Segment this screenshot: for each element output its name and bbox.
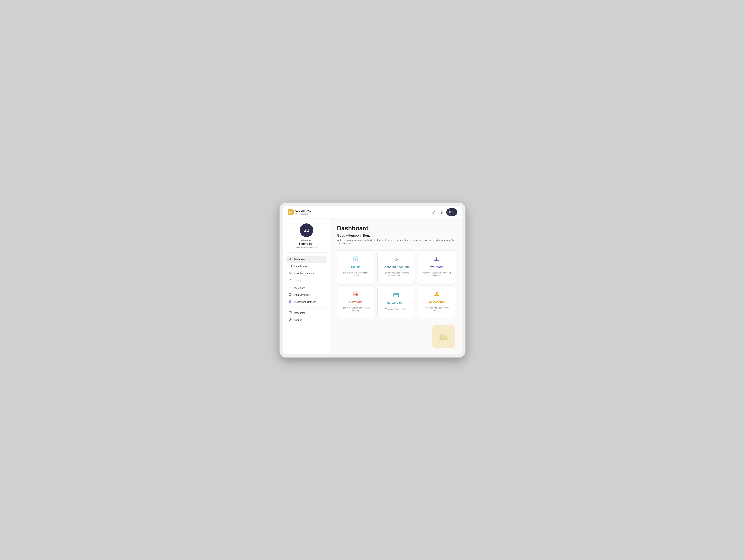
account-icon (434, 291, 439, 298)
card-account-desc: View and manage account details (422, 306, 451, 312)
dashboard-cards: Claims Make a claim or view claims histo… (337, 251, 455, 318)
avatar-small: SB (447, 209, 453, 215)
credit-card-icon (289, 265, 292, 268)
gear-icon (440, 210, 443, 214)
svg-rect-1 (289, 265, 292, 267)
home-icon (289, 258, 292, 261)
welcome-label: Welcome, (301, 239, 312, 242)
card-benefits-card[interactable]: Benefits Card View your Benefits Card (378, 286, 415, 318)
app-name: WealthCo. (295, 209, 312, 213)
sidebar-item-prescription-delivery[interactable]: ℞ Prescription Delivery (286, 298, 327, 305)
spending-icon (393, 256, 399, 263)
watermark-logo (432, 325, 455, 348)
sidebar-label-prescription: Prescription Delivery (294, 301, 316, 303)
sidebar-item-my-usage[interactable]: My Usage (286, 284, 327, 291)
dollar-icon (289, 272, 292, 275)
notifications-button[interactable] (431, 210, 436, 215)
card-claims[interactable]: Claims Make a claim or view claims histo… (337, 251, 375, 283)
user-profile: SB Welcome, Simple Ben simplyben@gmail.c… (286, 223, 327, 253)
sidebar: SB Welcome, Simple Ben simplyben@gmail.c… (283, 219, 330, 354)
page-title: Dashboard (337, 225, 455, 232)
plan-icon (289, 293, 292, 296)
sidebar-label-benefits-card: Benefits Card (294, 265, 309, 268)
avatar-large: SB (300, 223, 313, 237)
settings-button[interactable] (439, 210, 444, 215)
sidebar-label-plan-coverage: Plan Coverage (294, 293, 310, 296)
prescription-icon: ℞ (289, 300, 292, 304)
list-icon (289, 279, 292, 282)
content-area: Dashboard Good Afternoon, Ben. Welcome t… (330, 219, 462, 354)
logo-svg (289, 210, 292, 214)
card-spending-desc: See your health and lifestyle account ba… (382, 271, 411, 277)
nav-actions: SB (431, 208, 457, 216)
card-account-title: My Account (428, 300, 445, 304)
svg-rect-30 (354, 292, 358, 296)
sidebar-item-spending-accounts[interactable]: Spending Accounts (286, 270, 327, 277)
sidebar-item-dashboard[interactable]: Dashboard (286, 256, 327, 263)
sidebar-item-resources[interactable]: Resources (286, 309, 327, 316)
dashboard-subtitle: Welcome to your personalized health dash… (337, 238, 455, 245)
book-icon (289, 311, 292, 315)
sidebar-label-dashboard: Dashboard (294, 258, 306, 261)
card-my-usage[interactable]: My Usage View your usage and remaining b… (418, 251, 455, 283)
chevron-down-icon (454, 211, 456, 213)
user-menu-button[interactable]: SB (446, 208, 457, 216)
sidebar-label-spending-accounts: Spending Accounts (294, 272, 314, 275)
card-benefits-title: Benefits Card (387, 302, 406, 305)
card-claims-desc: Make a claim or view claims history (341, 271, 370, 277)
svg-point-0 (441, 212, 442, 212)
logo-area: WealthCo. Group Benefits (288, 209, 312, 215)
watermark (337, 325, 455, 348)
sidebar-label-resources: Resources (294, 311, 305, 314)
card-my-account[interactable]: My Account View and manage account detai… (418, 286, 455, 318)
main-layout: SB Welcome, Simple Ben simplyben@gmail.c… (283, 219, 462, 354)
svg-rect-35 (394, 293, 398, 297)
top-nav: WealthCo. Group Benefits (283, 206, 462, 219)
user-email: simplyben@gmail.com (296, 246, 317, 248)
card-usage-desc: View your usage and remaining balances (422, 271, 451, 277)
sidebar-item-benefits-card[interactable]: Benefits Card (286, 263, 327, 270)
help-icon (289, 318, 292, 322)
card-coverage-title: Coverage (349, 300, 362, 304)
claims-icon (353, 256, 358, 263)
device-frame: WealthCo. Group Benefits (280, 202, 465, 358)
card-spending-title: Spending Accounts (383, 265, 410, 269)
sidebar-nav: Dashboard Benefits Card (286, 256, 327, 350)
card-spending-accounts[interactable]: Spending Accounts See your health and li… (378, 251, 415, 283)
sidebar-item-claims[interactable]: Claims (286, 277, 327, 284)
benefits-card-icon (393, 292, 399, 299)
card-coverage[interactable]: Coverage View a breakdown of your plan c… (337, 286, 375, 318)
app-window: WealthCo. Group Benefits (283, 206, 462, 354)
logo-icon (288, 209, 294, 215)
svg-rect-13 (289, 293, 291, 295)
logo-text: WealthCo. Group Benefits (295, 209, 312, 215)
coverage-icon (353, 291, 358, 298)
card-usage-title: My Usage (430, 265, 443, 269)
app-subtitle: Group Benefits (295, 213, 312, 215)
card-claims-title: Claims (351, 265, 360, 269)
card-coverage-desc: View a breakdown of your plan coverage (341, 306, 370, 312)
sidebar-item-plan-coverage[interactable]: Plan Coverage (286, 291, 327, 298)
sidebar-item-support[interactable]: Support (286, 317, 327, 323)
sidebar-label-support: Support (294, 319, 302, 321)
sidebar-label-my-usage: My Usage (294, 286, 305, 289)
card-benefits-desc: View your Benefits Card (385, 308, 407, 311)
user-name: Simple Ben (299, 242, 314, 245)
greeting: Good Afternoon, Ben. (337, 234, 455, 237)
sidebar-label-claims: Claims (294, 279, 301, 282)
svg-text:℞: ℞ (290, 301, 291, 302)
usage-icon (434, 256, 439, 263)
bell-icon (432, 210, 435, 214)
bar-chart-icon (289, 286, 292, 289)
